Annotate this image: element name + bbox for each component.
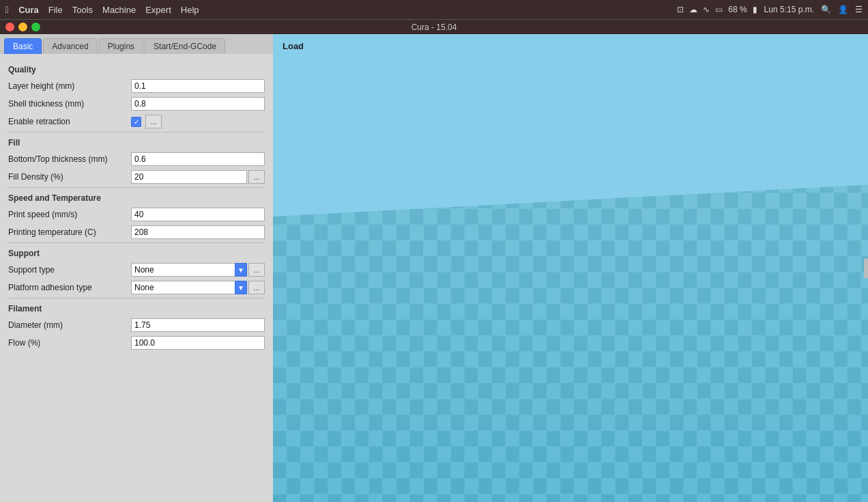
main-content: Basic Advanced Plugins Start/End-GCode Q… xyxy=(0,34,868,502)
bottom-top-thickness-row: Bottom/Top thickness (mm) xyxy=(8,152,265,167)
menu-help[interactable]: Help xyxy=(181,5,199,15)
apple-menu[interactable]:  xyxy=(5,4,9,15)
support-type-row: Support type None Touching buildplate Ev… xyxy=(8,262,265,277)
window-controls xyxy=(5,23,40,31)
divider-4 xyxy=(8,298,265,298)
titlebar: Cura - 15.04 xyxy=(0,19,868,34)
flow-row: Flow (%) xyxy=(8,335,265,350)
battery-icon: ▮ xyxy=(753,5,757,14)
search-icon[interactable]: 🔍 xyxy=(821,5,831,14)
wifi-icon: ∿ xyxy=(703,5,710,14)
support-type-dropdown-wrapper: None Touching buildplate Everywhere ▼ xyxy=(131,263,247,277)
menu-file[interactable]: File xyxy=(48,5,63,15)
divider-1 xyxy=(8,132,265,133)
bottom-top-thickness-input[interactable] xyxy=(131,152,265,166)
list-icon: ☰ xyxy=(855,5,863,14)
quality-section-header: Quality xyxy=(8,65,265,74)
svg-marker-13 xyxy=(273,185,868,502)
minimize-button[interactable] xyxy=(18,23,27,31)
menu-cura[interactable]: Cura xyxy=(18,5,39,15)
window-title: Cura - 15.04 xyxy=(411,23,457,32)
load-label: Load xyxy=(283,41,304,51)
fill-section-header: Fill xyxy=(8,138,265,148)
platform-adhesion-btn[interactable]: ... xyxy=(248,281,265,294)
menu-tools[interactable]: Tools xyxy=(72,5,93,15)
menubar:  Cura File Tools Machine Expert Help ⊡ … xyxy=(0,0,868,19)
platform-adhesion-label: Platform adhesion type xyxy=(8,283,131,292)
layer-height-row: Layer height (mm) xyxy=(8,79,265,94)
support-type-select[interactable]: None Touching buildplate Everywhere xyxy=(131,263,235,277)
diameter-row: Diameter (mm) xyxy=(8,318,265,333)
enable-retraction-checkbox-area: ... xyxy=(131,115,162,128)
clock: Lun 5:15 p.m. xyxy=(764,5,814,14)
diameter-input[interactable] xyxy=(131,318,265,332)
enable-retraction-checkbox[interactable] xyxy=(131,117,141,127)
print-speed-row: Print speed (mm/s) xyxy=(8,207,265,222)
platform-adhesion-dropdown-wrapper: None Brim Raft ▼ xyxy=(131,281,247,294)
floor-checkerboard xyxy=(273,34,868,502)
print-speed-input[interactable] xyxy=(131,208,265,221)
print-speed-label: Print speed (mm/s) xyxy=(8,210,131,219)
platform-adhesion-select[interactable]: None Brim Raft xyxy=(131,281,235,294)
settings-panel: Quality Layer height (mm) Shell thicknes… xyxy=(0,54,273,502)
fill-density-btn[interactable]: ... xyxy=(248,170,265,184)
platform-adhesion-row: Platform adhesion type None Brim Raft ▼ … xyxy=(8,280,265,295)
scroll-indicator[interactable] xyxy=(864,258,868,279)
fill-density-row: Fill Density (%) ... xyxy=(8,169,265,184)
enable-retraction-row: Enable retraction ... xyxy=(8,114,265,129)
printing-temp-label: Printing temperature (C) xyxy=(8,227,131,237)
diameter-label: Diameter (mm) xyxy=(8,320,131,330)
support-section-header: Support xyxy=(8,249,265,258)
printing-temp-row: Printing temperature (C) xyxy=(8,225,265,240)
fill-density-input[interactable] xyxy=(131,170,247,184)
fill-density-label: Fill Density (%) xyxy=(8,172,131,182)
flow-input[interactable] xyxy=(131,336,265,350)
maximize-button[interactable] xyxy=(31,23,40,31)
support-type-btn[interactable]: ... xyxy=(248,263,265,277)
shell-thickness-input[interactable] xyxy=(131,97,265,111)
menu-expert[interactable]: Expert xyxy=(145,5,171,15)
tab-advanced[interactable]: Advanced xyxy=(43,38,97,54)
platform-adhesion-dropdown-arrow[interactable]: ▼ xyxy=(235,281,247,294)
layer-height-label: Layer height (mm) xyxy=(8,81,131,91)
flow-label: Flow (%) xyxy=(8,338,131,348)
support-type-dropdown-arrow[interactable]: ▼ xyxy=(235,263,247,277)
menu-machine[interactable]: Machine xyxy=(102,5,136,15)
left-panel: Basic Advanced Plugins Start/End-GCode Q… xyxy=(0,34,273,502)
support-type-label: Support type xyxy=(8,265,131,275)
shell-thickness-label: Shell thickness (mm) xyxy=(8,99,131,109)
photo-icon: ⊡ xyxy=(677,5,684,14)
screen-icon: ▭ xyxy=(715,5,723,14)
tab-plugins[interactable]: Plugins xyxy=(99,38,143,54)
cloud-icon: ☁ xyxy=(689,5,697,14)
battery-label: 68 % xyxy=(728,5,747,14)
tab-basic[interactable]: Basic xyxy=(4,38,42,54)
tab-startend-gcode[interactable]: Start/End-GCode xyxy=(145,38,225,54)
enable-retraction-label: Enable retraction xyxy=(8,117,131,126)
speed-section-header: Speed and Temperature xyxy=(8,193,265,203)
layer-height-input[interactable] xyxy=(131,79,265,93)
3d-viewport: Load YM xyxy=(273,34,868,502)
close-button[interactable] xyxy=(5,23,14,31)
divider-2 xyxy=(8,187,265,188)
status-icons: ⊡ ☁ ∿ ▭ 68 % ▮ xyxy=(677,5,757,14)
shell-thickness-row: Shell thickness (mm) xyxy=(8,96,265,111)
user-icon: 👤 xyxy=(838,5,848,14)
tab-bar: Basic Advanced Plugins Start/End-GCode xyxy=(0,34,273,54)
filament-section-header: Filament xyxy=(8,304,265,313)
bottom-top-thickness-label: Bottom/Top thickness (mm) xyxy=(8,154,131,164)
enable-retraction-btn[interactable]: ... xyxy=(145,115,162,128)
divider-3 xyxy=(8,242,265,243)
printing-temp-input[interactable] xyxy=(131,225,265,239)
